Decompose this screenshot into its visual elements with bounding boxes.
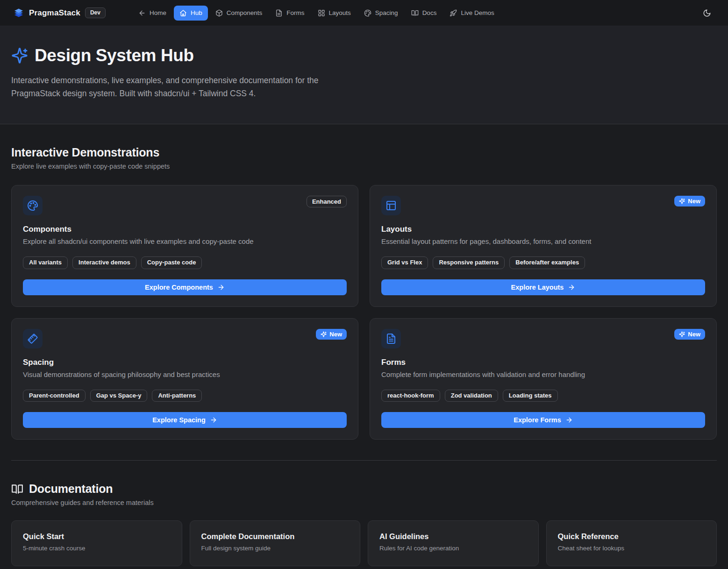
- badge-label: New: [329, 331, 342, 338]
- explore-forms-button[interactable]: Explore Forms: [381, 412, 705, 428]
- theme-toggle-button[interactable]: [699, 5, 715, 21]
- card-description: Explore all shadcn/ui components with li…: [23, 237, 347, 245]
- arrow-right-icon: [217, 284, 225, 291]
- dev-badge: Dev: [85, 7, 106, 18]
- card-tags: Grid vs Flex Responsive patterns Before/…: [381, 256, 705, 269]
- nav-item-components[interactable]: Components: [210, 6, 268, 21]
- nav-item-docs[interactable]: Docs: [406, 6, 443, 21]
- button-label: Explore Spacing: [152, 416, 206, 424]
- complete-documentation-card[interactable]: Complete Documentation Full design syste…: [190, 520, 361, 566]
- file-text-icon: [381, 329, 401, 349]
- button-label: Explore Components: [145, 284, 213, 291]
- doc-card-description: Cheat sheet for lookups: [558, 545, 706, 552]
- nav-label: Forms: [286, 9, 304, 16]
- palette-icon: [364, 9, 371, 17]
- brand[interactable]: PragmaStack Dev: [13, 7, 106, 19]
- card-title: Components: [23, 225, 347, 234]
- page-subtitle: Interactive demonstrations, live example…: [11, 74, 359, 100]
- sparkles-icon: [679, 331, 685, 337]
- nav-item-layouts[interactable]: Layouts: [312, 6, 357, 21]
- quick-reference-card[interactable]: Quick Reference Cheat sheet for lookups: [546, 520, 717, 566]
- tag: Grid vs Flex: [381, 256, 428, 269]
- card-title: Forms: [381, 358, 705, 367]
- package-icon: [215, 9, 223, 17]
- quick-start-card[interactable]: Quick Start 5-minute crash course: [11, 520, 182, 566]
- forms-card: New Forms Complete form implementations …: [370, 318, 717, 440]
- brand-name: PragmaStack: [29, 8, 80, 18]
- card-title: Layouts: [381, 225, 705, 234]
- nav-item-spacing[interactable]: Spacing: [358, 6, 404, 21]
- nav-item-live-demos[interactable]: Live Demos: [444, 6, 500, 21]
- demos-subheading: Explore live examples with copy-paste co…: [11, 163, 717, 170]
- card-tags: All variants Interactive demos Copy-past…: [23, 256, 347, 269]
- new-badge: New: [316, 329, 347, 340]
- doc-card-description: 5-minute crash course: [23, 545, 171, 552]
- ruler-icon: [23, 329, 43, 349]
- docs-section-header: Documentation Comprehensive guides and r…: [11, 482, 717, 506]
- arrow-right-icon: [210, 416, 217, 424]
- explore-components-button[interactable]: Explore Components: [23, 279, 347, 295]
- nav-links: Home Hub Components Forms Layouts: [133, 6, 500, 21]
- new-badge: New: [674, 196, 705, 207]
- card-tags: Parent-controlled Gap vs Space-y Anti-pa…: [23, 390, 347, 402]
- card-description: Visual demonstrations of spacing philoso…: [23, 370, 347, 378]
- nav-label: Live Demos: [461, 9, 494, 16]
- doc-card-description: Rules for AI code generation: [379, 545, 527, 552]
- sparkles-icon: [11, 47, 28, 64]
- house-icon: [179, 9, 187, 17]
- new-badge: New: [674, 329, 705, 340]
- tag: Gap vs Space-y: [90, 390, 148, 402]
- explore-spacing-button[interactable]: Explore Spacing: [23, 412, 347, 428]
- card-description: Essential layout patterns for pages, das…: [381, 237, 705, 245]
- ai-guidelines-card[interactable]: AI Guidelines Rules for AI code generati…: [368, 520, 539, 566]
- tag: Responsive patterns: [433, 256, 505, 269]
- nav-label: Home: [150, 9, 166, 16]
- enhanced-badge: Enhanced: [307, 196, 347, 208]
- moon-icon: [703, 9, 711, 17]
- tag: Zod validation: [445, 390, 498, 402]
- doc-card-description: Full design system guide: [201, 545, 349, 552]
- book-open-icon: [411, 9, 419, 17]
- doc-card-title: Complete Documentation: [201, 532, 349, 541]
- demos-section-header: Interactive Demonstrations Explore live …: [11, 146, 717, 170]
- file-text-icon: [275, 9, 283, 17]
- section-divider: [11, 460, 717, 461]
- top-navbar: PragmaStack Dev Home Hub Components Fo: [0, 0, 728, 26]
- main-content: Interactive Demonstrations Explore live …: [0, 146, 728, 440]
- nav-label: Layouts: [329, 9, 351, 16]
- nav-item-forms[interactable]: Forms: [270, 6, 310, 21]
- spacing-card: New Spacing Visual demonstrations of spa…: [11, 318, 358, 440]
- demos-heading: Interactive Demonstrations: [11, 146, 717, 159]
- layers-logo-icon: [13, 7, 24, 19]
- nav-item-hub[interactable]: Hub: [174, 6, 208, 21]
- badge-label: New: [688, 198, 700, 205]
- layouts-card: New Layouts Essential layout patterns fo…: [370, 185, 717, 307]
- doc-card-title: Quick Start: [23, 532, 171, 541]
- components-card: Enhanced Components Explore all shadcn/u…: [11, 185, 358, 307]
- docs-subheading: Comprehensive guides and reference mater…: [11, 499, 717, 506]
- tag: Parent-controlled: [23, 390, 86, 402]
- button-label: Explore Layouts: [511, 284, 564, 291]
- card-tags: react-hook-form Zod validation Loading s…: [381, 390, 705, 402]
- badge-label: New: [688, 331, 700, 338]
- page-title: Design System Hub: [35, 46, 194, 65]
- arrow-left-icon: [138, 9, 146, 17]
- nav-label: Docs: [422, 9, 437, 16]
- tag: Interactive demos: [72, 256, 136, 269]
- layout-grid-icon: [318, 9, 325, 17]
- book-open-icon: [11, 483, 23, 495]
- explore-layouts-button[interactable]: Explore Layouts: [381, 279, 705, 295]
- tag: Loading states: [503, 390, 558, 402]
- layout-panel-icon: [381, 196, 401, 215]
- nav-label: Spacing: [375, 9, 398, 16]
- nav-item-home[interactable]: Home: [133, 6, 172, 21]
- arrow-right-icon: [568, 284, 575, 291]
- tag: Anti-patterns: [152, 390, 202, 402]
- tag: All variants: [23, 256, 68, 269]
- docs-heading: Documentation: [29, 482, 113, 496]
- hero-section: Design System Hub Interactive demonstrat…: [0, 26, 728, 124]
- button-label: Explore Forms: [514, 416, 561, 424]
- arrow-right-icon: [565, 416, 573, 424]
- tag: Before/after examples: [509, 256, 585, 269]
- card-title: Spacing: [23, 358, 347, 367]
